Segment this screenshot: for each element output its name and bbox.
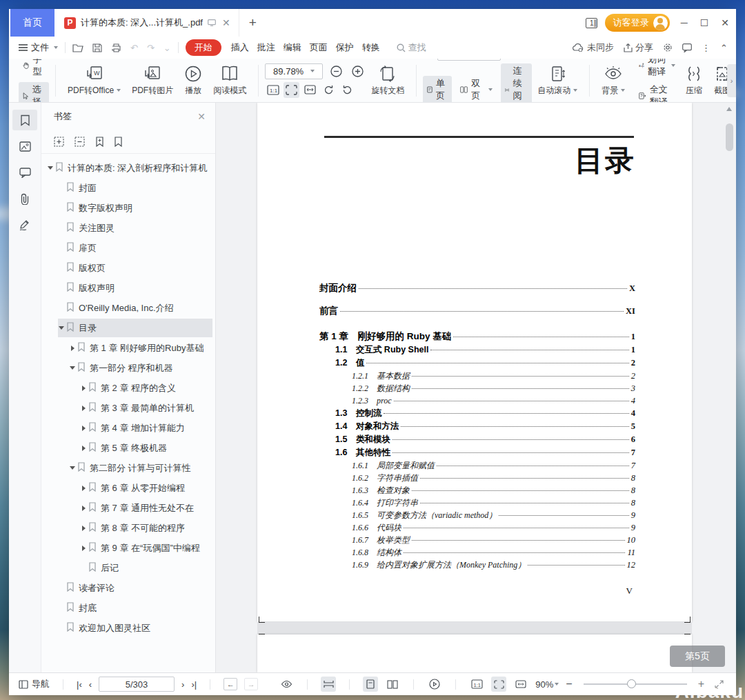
history-back-button[interactable]: ← <box>223 678 237 690</box>
panel-close-icon[interactable]: ✕ <box>197 111 206 122</box>
status-single-page-icon[interactable] <box>363 677 378 692</box>
toc-entry[interactable]: 1.5 类和模块6 <box>319 434 635 447</box>
toc-entry[interactable]: 1.6.8 结构体11 <box>319 547 635 559</box>
last-page-button[interactable]: ›| <box>191 679 197 690</box>
toolbar-expander[interactable]: › <box>727 64 736 97</box>
menu-protect[interactable]: 保护 <box>332 41 358 54</box>
toc-entry[interactable]: 1.3 控制流4 <box>319 408 635 421</box>
single-page-button[interactable]: 单页 <box>423 76 452 103</box>
toc-entry[interactable]: 1.6.7 枚举类型10 <box>319 534 635 547</box>
menu-start[interactable]: 开始 <box>186 39 221 56</box>
new-tab-button[interactable]: + <box>249 15 257 30</box>
select-tool-button[interactable]: 选择 <box>19 82 49 103</box>
status-actual-size-icon[interactable]: 1:1 <box>469 677 484 692</box>
double-page-button[interactable]: 双页 <box>456 76 497 103</box>
tree-expand-icon[interactable] <box>58 326 65 330</box>
menu-insert[interactable]: 插入 <box>227 41 253 54</box>
feedback-icon[interactable] <box>682 43 692 52</box>
status-prev-page-button[interactable]: ‹ <box>89 679 92 690</box>
menu-convert[interactable]: 转换 <box>358 41 384 54</box>
collapse-all-bookmarks-icon[interactable] <box>74 137 86 147</box>
auto-scroll-button[interactable]: 自动滚动 <box>532 63 583 98</box>
tree-expand-icon[interactable] <box>69 366 76 370</box>
history-forward-button[interactable]: → <box>244 678 258 690</box>
fit-page-button[interactable] <box>284 82 299 98</box>
rotate-cw-icon[interactable] <box>321 82 337 98</box>
expand-all-bookmarks-icon[interactable] <box>54 137 65 147</box>
nav-toggle-button[interactable]: 导航 <box>19 678 50 690</box>
toc-entry[interactable]: 封面介绍X <box>319 282 635 296</box>
bookmark-item[interactable]: 封面 <box>41 178 215 198</box>
read-mode-button[interactable]: 阅读模式 <box>208 63 252 98</box>
toc-entry[interactable]: 1.2.3 proc4 <box>319 395 635 408</box>
status-fit-width-icon[interactable] <box>513 677 528 692</box>
status-double-page-icon[interactable] <box>385 677 400 692</box>
pdf-to-office-button[interactable]: W PDF转Office <box>62 63 126 98</box>
redo-icon[interactable]: ↷ <box>147 43 155 53</box>
toc-entry[interactable]: 1.6.1 局部变量和赋值7 <box>319 460 635 472</box>
bookmark-item[interactable]: 第二部分 计算与可计算性 <box>41 458 215 478</box>
bookmark-item[interactable]: 第 5 章 终极机器 <box>41 438 215 458</box>
sync-status[interactable]: 未同步 <box>573 41 614 54</box>
maximize-button[interactable]: ☐ <box>700 17 709 28</box>
toc-entry[interactable]: 1.6.2 字符串插值8 <box>319 472 635 485</box>
toc-entry[interactable]: 1.6.3 检查对象8 <box>319 485 635 497</box>
rotate-ccw-icon[interactable] <box>339 82 355 98</box>
settings-gear-icon[interactable] <box>663 43 673 52</box>
page-number-input[interactable]: 5/303 <box>437 59 501 61</box>
tree-collapse-icon[interactable] <box>80 546 87 551</box>
bookmark-item[interactable]: 后记 <box>41 558 215 578</box>
tree-expand-icon[interactable] <box>69 466 76 470</box>
bookmark-item[interactable]: 封底 <box>41 598 215 618</box>
more-menu-icon[interactable]: ⋮ <box>702 43 711 53</box>
bookmark-item[interactable]: 计算的本质: 深入剖析程序和计算机 <box>41 158 215 178</box>
document-tab[interactable]: P 计算的本质: 深入...计算机_.pdf ✕ <box>54 9 239 37</box>
slider-zoom-out[interactable]: − <box>566 678 572 690</box>
tree-collapse-icon[interactable] <box>80 486 87 491</box>
toc-entry[interactable]: 1.6 其他特性7 <box>319 447 635 460</box>
toc-entry[interactable]: 1.1 交互式 Ruby Shell1 <box>319 344 635 357</box>
bookmark-item[interactable]: 第 6 章 从零开始编程 <box>41 478 215 498</box>
pdf-viewer[interactable]: 目录 封面介绍X前言XI第 1 章 刚好够用的 Ruby 基础11.1 交互式 … <box>216 103 736 672</box>
bookmark-item[interactable]: 第 8 章 不可能的程序 <box>41 518 215 538</box>
zoom-level-input[interactable]: 89.78% <box>265 63 323 79</box>
share-button[interactable]: 分享 <box>624 41 653 54</box>
thumbnails-panel-icon[interactable] <box>12 136 37 157</box>
tree-collapse-icon[interactable] <box>80 386 87 391</box>
attachments-panel-icon[interactable] <box>12 188 37 209</box>
tree-expand-icon[interactable] <box>47 166 54 170</box>
bookmark-item[interactable]: 欢迎加入图灵社区 <box>41 618 215 638</box>
undo-icon[interactable]: ↶ <box>130 43 138 53</box>
status-next-page-button[interactable]: › <box>181 679 184 690</box>
tree-collapse-icon[interactable] <box>80 446 87 451</box>
first-page-button[interactable]: |‹ <box>77 679 82 690</box>
toc-entry[interactable]: 1.6.9 给内置对象扩展方法（Monkey Patching）12 <box>319 559 635 572</box>
status-fit-page-icon[interactable] <box>491 677 506 692</box>
toc-entry[interactable]: 1.6.5 可变参数方法（variadic method）9 <box>319 510 635 522</box>
bookmark-item[interactable]: 目录 <box>41 318 215 338</box>
save-icon[interactable] <box>92 43 102 52</box>
zoom-slider-knob[interactable] <box>627 679 636 688</box>
scrollbar-thumb[interactable] <box>726 123 733 151</box>
close-button[interactable]: ✕ <box>721 17 729 28</box>
bookmark-item[interactable]: 关注图灵 <box>41 218 215 238</box>
zoom-out-button[interactable] <box>328 63 344 79</box>
open-file-icon[interactable] <box>72 43 83 52</box>
add-bookmark-icon[interactable] <box>95 137 104 147</box>
status-zoom-value[interactable]: 90% <box>535 679 559 690</box>
toc-entry[interactable]: 第 1 章 刚好够用的 Ruby 基础1 <box>319 330 635 344</box>
hand-tool-button[interactable]: 手型 <box>19 59 49 79</box>
file-menu[interactable]: 文件 <box>19 41 58 54</box>
minimize-button[interactable]: ─ <box>681 17 688 28</box>
status-page-input[interactable]: 5/303 <box>99 677 175 692</box>
play-button[interactable]: 播放 <box>179 63 208 98</box>
quickbar-dropdown-icon[interactable]: ⌄ <box>163 43 171 53</box>
bookmark-item[interactable]: 读者评论 <box>41 578 215 598</box>
fit-width-button[interactable] <box>302 82 318 98</box>
tree-collapse-icon[interactable] <box>80 526 87 531</box>
bookmark-flag-icon[interactable] <box>114 137 123 147</box>
background-button[interactable]: 背景 <box>596 63 630 98</box>
status-play-icon[interactable] <box>427 677 442 692</box>
status-eye-icon[interactable] <box>279 677 294 692</box>
bookmark-item[interactable]: 第 9 章 在“玩偶国”中编程 <box>41 538 215 558</box>
